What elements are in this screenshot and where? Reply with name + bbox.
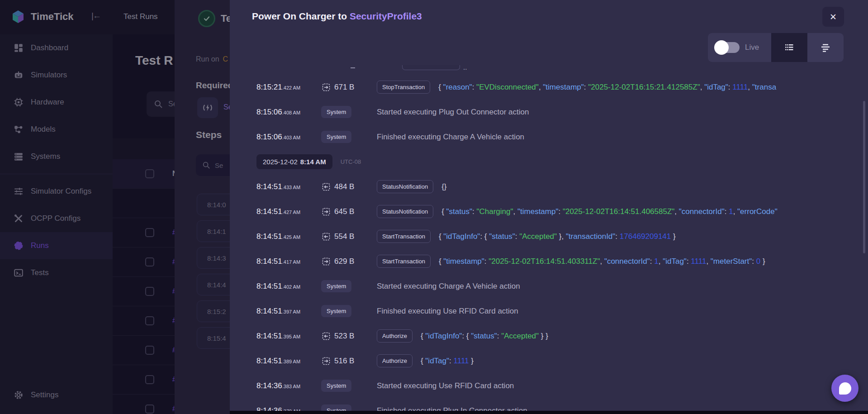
time-main: 8:14:51 [256, 282, 282, 290]
log-message: Finished executing Charge A Vehicle acti… [377, 133, 862, 142]
message-type-badge: Authorize [377, 354, 413, 367]
log-size: 629 B [321, 257, 377, 266]
log-row[interactable]: 8:14:51.389 AM516 BAuthorize{ "idTag": 1… [256, 348, 862, 373]
message-type-badge: Authorize [377, 329, 413, 343]
byte-size: 516 B [334, 357, 354, 366]
message-type-badge: StatusNotification [377, 205, 433, 218]
log-message: Started executing Use RFID Card action [377, 381, 862, 390]
log-timestamp: 8:14:51.427 AM [256, 207, 321, 216]
log-row[interactable]: 8:15:21.422 AM671 BStopTransaction{ "rea… [256, 75, 862, 100]
log-message: Authorize{ "idTag": 1111 } [377, 354, 862, 367]
time-millis: .389 AM [282, 359, 300, 364]
system-badge: System [321, 131, 351, 143]
log-timestamp: 8:14:36.383 AM [256, 381, 321, 390]
time-millis: .408 AM [282, 110, 300, 115]
clipped-badge [402, 65, 460, 70]
close-icon: ✕ [830, 12, 837, 22]
log-row[interactable]: 8:15:06.403 AMSystemFinished executing C… [256, 124, 862, 149]
log-size: 554 B [321, 232, 377, 242]
time-main: 8:14:51 [256, 207, 282, 216]
log-size: 523 B [321, 331, 377, 341]
log-message: Started executing Plug Out Connector act… [377, 108, 862, 117]
byte-size: 645 B [334, 207, 354, 216]
date-value: 2025-12-02 [263, 158, 298, 166]
time-millis: .383 AM [282, 384, 300, 389]
time-millis: .395 AM [282, 334, 300, 339]
log-row[interactable]: 8:14:51.402 AMSystemStarted executing Ch… [256, 274, 862, 299]
msg-out-icon [321, 356, 331, 366]
log-timestamp: 8:14:51.395 AM [256, 332, 321, 341]
byte-size: 554 B [334, 232, 354, 241]
log-source: System [321, 280, 377, 292]
time-millis: .425 AM [282, 234, 300, 240]
time-main: 8:15:06 [256, 133, 282, 141]
log-row-clipped: .. [256, 62, 862, 75]
byte-size: 523 B [334, 332, 354, 341]
time-value: 8:14 AM [300, 158, 326, 166]
system-badge: System [321, 380, 351, 392]
log-row[interactable]: 8:14:51.395 AM523 BAuthorize{ "idTagInfo… [256, 324, 862, 348]
time-main: 8:15:06 [256, 108, 282, 116]
byte-size: 671 B [334, 83, 354, 92]
log-row[interactable]: 8:15:06.408 AMSystemStarted executing Pl… [256, 100, 862, 124]
byte-size: 629 B [334, 257, 354, 266]
compact-list-icon [820, 42, 831, 53]
log-message: Finished executing Use RFID Card action [377, 307, 862, 316]
system-message-text: Finished executing Charge A Vehicle acti… [377, 133, 524, 142]
log-message: StartTransaction{ "idTagInfo": { "status… [377, 230, 862, 243]
log-timestamp: 8:15:06.403 AM [256, 133, 321, 142]
vertical-scrollbar-thumb[interactable] [863, 101, 865, 253]
detailed-list-view-button[interactable] [771, 33, 807, 62]
log-timestamp: 8:14:51.433 AM [256, 182, 321, 191]
message-type-badge: StartTransaction [377, 255, 431, 268]
clipped-icon [351, 66, 355, 68]
log-row[interactable]: 8:14:51.417 AM629 BStartTransaction{ "ti… [256, 249, 862, 274]
log-message: StatusNotification{ "status": "Charging"… [377, 205, 862, 218]
horizontal-scrollbar-track[interactable] [230, 411, 868, 414]
system-badge: System [321, 305, 351, 317]
log-view-controls: Live [708, 33, 844, 62]
clipped-json: .. [463, 63, 467, 71]
close-button[interactable]: ✕ [822, 7, 844, 27]
time-main: 8:14:51 [256, 182, 282, 191]
json-payload: {} [441, 182, 446, 191]
log-row[interactable]: 8:14:51.433 AM484 BStatusNotification{} [256, 174, 862, 199]
toggle-knob[interactable] [714, 40, 729, 55]
live-toggle-group: Live [708, 33, 771, 62]
log-timestamp: 8:14:51.389 AM [256, 357, 321, 366]
run-log-modal: Power On Charger to SecurityProfile3 ✕ L… [230, 0, 868, 414]
system-message-text: Finished executing Use RFID Card action [377, 307, 518, 316]
log-timestamp: 8:14:51.425 AM [256, 232, 321, 241]
log-source: System [321, 305, 377, 317]
live-toggle[interactable] [716, 42, 740, 53]
json-payload: { "timestamp": "2025-12-02T16:14:51.4033… [439, 257, 765, 266]
message-type-badge: StartTransaction [377, 230, 431, 243]
detailed-list-icon [783, 42, 795, 53]
log-message: StatusNotification{} [377, 180, 862, 193]
json-payload: { "idTag": 1111 } [421, 357, 474, 366]
log-message: StartTransaction{ "timestamp": "2025-12-… [377, 255, 862, 268]
time-main: 8:14:51 [256, 307, 282, 315]
msg-out-icon [321, 82, 331, 92]
system-badge: System [321, 106, 351, 118]
log-row[interactable]: 8:14:51.425 AM554 BStartTransaction{ "id… [256, 224, 862, 249]
live-label: Live [745, 43, 759, 52]
byte-size: 484 B [334, 182, 354, 191]
message-type-badge: StatusNotification [377, 180, 433, 193]
time-millis: .422 AM [282, 85, 300, 90]
modal-title: Power On Charger to SecurityProfile3 [252, 11, 422, 22]
chat-fab-button[interactable] [831, 375, 859, 402]
msg-in-icon [321, 331, 331, 341]
log-source: System [321, 106, 377, 118]
log-row[interactable]: 8:14:36.383 AMSystemStarted executing Us… [256, 373, 862, 398]
log-row[interactable]: 8:14:51.397 AMSystemFinished executing U… [256, 299, 862, 324]
log-row[interactable]: 8:14:51.427 AM645 BStatusNotification{ "… [256, 199, 862, 224]
log-timestamp: 8:14:51.402 AM [256, 282, 321, 291]
log-source: System [321, 131, 377, 143]
date-pill: 2025-12-028:14 AM [256, 154, 332, 169]
msg-out-icon [321, 207, 331, 217]
chat-bubble-icon [839, 382, 851, 395]
time-millis: .417 AM [282, 259, 300, 265]
compact-list-view-button[interactable] [807, 33, 844, 62]
log-date-separator: 2025-12-028:14 AMUTC-08 [256, 149, 862, 174]
